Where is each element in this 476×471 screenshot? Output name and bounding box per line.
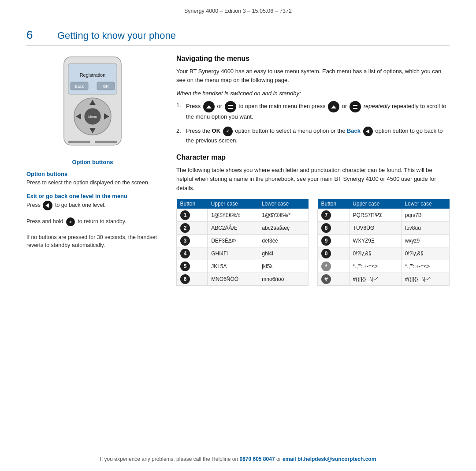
upper-cell: ABC2ÄÅÆ bbox=[208, 221, 258, 234]
ok-button-icon: ✓ bbox=[223, 127, 233, 136]
char-table-1: Button Upper case Lower case 11@$¥Σ€%/◊1… bbox=[176, 199, 309, 286]
left-column: Registration Back OK Menu bbox=[26, 55, 163, 286]
col-btn-1: Button bbox=[177, 199, 208, 209]
btn-cell: 1 bbox=[177, 209, 208, 221]
table-row: **.,"':;+-=<>*.,"':;+-=<> bbox=[318, 260, 450, 273]
table-row: 6MNO6ÑÖÓmno6ñöó bbox=[177, 273, 309, 285]
menu-down-icon bbox=[225, 101, 236, 112]
option-buttons-section: Option buttons Press to select the optio… bbox=[26, 171, 159, 187]
upper-cell: TUV8ÜΘ bbox=[349, 221, 401, 234]
char-intro: The following table shows you where each… bbox=[176, 166, 450, 192]
standby-label: When the handset is switched on and in s… bbox=[176, 90, 450, 97]
upper-cell: GHI4ΓΙ bbox=[208, 247, 258, 260]
header-text: Synergy 4000 – Edition 3 – 15.05.06 – 73… bbox=[184, 8, 292, 14]
chapter-title: Getting to know your phone bbox=[57, 30, 176, 41]
char-section-title: Character map bbox=[176, 153, 450, 161]
lower-cell: jkl5λ bbox=[258, 260, 309, 273]
phone-diagram: Registration Back OK Menu bbox=[26, 55, 159, 156]
footer-text2: or bbox=[276, 456, 281, 462]
page-footer: If you experience any problems, please c… bbox=[0, 456, 476, 462]
upper-cell: 0!?ì¿&§ bbox=[349, 247, 401, 260]
exit-line2: Press and hold ✤ to return to standby. bbox=[26, 217, 159, 227]
table-row: ##()[]{} _\|~^#()[]{} _\|~^ bbox=[318, 273, 450, 285]
svg-text:✤: ✤ bbox=[69, 221, 72, 224]
btn-cell: 7 bbox=[318, 209, 350, 221]
upper-cell: DEF3ÉΔΦ bbox=[208, 234, 258, 247]
right-column: Navigating the menus Your BT Synergy 400… bbox=[176, 55, 450, 286]
btn-cell: 0 bbox=[318, 247, 350, 260]
exit-title: Exit or go back one level in the menu bbox=[26, 193, 159, 199]
lower-cell: 0!?ì¿&§ bbox=[401, 247, 449, 260]
lower-cell: wxyz9 bbox=[401, 234, 449, 247]
lower-cell: 1@$¥Σ€%/° bbox=[258, 209, 309, 221]
footer-text1: If you experience any problems, please c… bbox=[100, 456, 238, 462]
option-buttons-title: Option buttons bbox=[26, 171, 159, 177]
upper-cell: JKL5Λ bbox=[208, 260, 258, 273]
btn-cell: 3 bbox=[177, 234, 208, 247]
table-row: 11@$¥Σ€%/◊1@$¥Σ€%/° bbox=[177, 209, 309, 221]
lower-cell: ghi4i bbox=[258, 247, 309, 260]
content-area: Registration Back OK Menu bbox=[26, 55, 450, 286]
nav-section: Navigating the menus Your BT Synergy 400… bbox=[176, 55, 450, 145]
nav-section-title: Navigating the menus bbox=[176, 55, 450, 63]
lower-cell: tuv8üü bbox=[401, 221, 449, 234]
col-lower-2: Lower case bbox=[401, 199, 449, 209]
menu-up2-icon bbox=[328, 101, 339, 112]
col-lower-1: Lower case bbox=[258, 199, 309, 209]
page-header: Synergy 4000 – Edition 3 – 15.05.06 – 73… bbox=[0, 0, 476, 19]
table-row: 7PQRS7ΠΨΣpqrs7B bbox=[318, 209, 450, 221]
table-row: 9WXYZ9Ξwxyz9 bbox=[318, 234, 450, 247]
lower-cell: *.,"':;+-=<> bbox=[401, 260, 449, 273]
footer-email-label: email bt.helpdesk@suncorptech.com bbox=[283, 456, 376, 462]
upper-cell: 1@$¥Σ€%/◊ bbox=[208, 209, 258, 221]
nav-step-2: 2. Press the OK ✓ option button to selec… bbox=[176, 127, 450, 145]
upper-cell: MNO6ÑÖÓ bbox=[208, 273, 258, 285]
svg-rect-14 bbox=[68, 141, 90, 143]
upper-cell: #()[]{} _\|~^ bbox=[349, 273, 401, 285]
col-upper-2: Upper case bbox=[349, 199, 401, 209]
upper-cell: PQRS7ΠΨΣ bbox=[349, 209, 401, 221]
footer-phone: 0870 605 8047 bbox=[239, 456, 275, 462]
exit-line1: Press to go back one level. bbox=[26, 201, 159, 210]
nav-steps: 1. Press or bbox=[176, 101, 450, 145]
exit-section: Exit or go back one level in the menu Pr… bbox=[26, 193, 159, 249]
chapter-number: 6 bbox=[26, 28, 40, 42]
svg-text:OK: OK bbox=[103, 84, 108, 89]
char-map-container: Button Upper case Lower case 11@$¥Σ€%/◊1… bbox=[176, 199, 450, 286]
table-row: 8TUV8ÜΘtuv8üü bbox=[318, 221, 450, 234]
exit-line3: If no buttons are pressed for 30 seconds… bbox=[26, 233, 159, 249]
btn-cell: 2 bbox=[177, 221, 208, 234]
option-buttons-diagram-label: Option buttons bbox=[26, 159, 159, 165]
table-row: 00!?ì¿&§0!?ì¿&§ bbox=[318, 247, 450, 260]
btn-cell: 8 bbox=[318, 221, 350, 234]
nav-intro: Your BT Synergy 4000 has an easy to use … bbox=[176, 67, 450, 85]
svg-rect-15 bbox=[95, 141, 117, 143]
svg-text:Registration: Registration bbox=[80, 72, 106, 78]
back-button-icon bbox=[43, 201, 52, 210]
btn-cell: * bbox=[318, 260, 350, 273]
char-table-2: Button Upper case Lower case 7PQRS7ΠΨΣpq… bbox=[317, 199, 450, 286]
back-button2-icon bbox=[363, 127, 373, 136]
menu-up-icon bbox=[203, 101, 215, 112]
lower-cell: def3èé bbox=[258, 234, 309, 247]
nav-step-1: 1. Press or bbox=[176, 101, 450, 121]
table-row: 2ABC2ÄÅÆabc2äàåæç bbox=[177, 221, 309, 234]
upper-cell: *.,"':;+-=<> bbox=[349, 260, 401, 273]
table-row: 4GHI4ΓΙghi4i bbox=[177, 247, 309, 260]
table-row: 5JKL5Λjkl5λ bbox=[177, 260, 309, 273]
btn-cell: 9 bbox=[318, 234, 350, 247]
lower-cell: #()[]{} _\|~^ bbox=[401, 273, 449, 285]
upper-cell: WXYZ9Ξ bbox=[349, 234, 401, 247]
chapter-header: 6 Getting to know your phone bbox=[26, 19, 450, 46]
option-buttons-text: Press to select the option displayed on … bbox=[26, 179, 159, 187]
col-btn-2: Button bbox=[318, 199, 350, 209]
btn-cell: # bbox=[318, 273, 350, 285]
svg-text:Menu: Menu bbox=[88, 115, 97, 119]
menu2-icon bbox=[350, 101, 361, 112]
btn-cell: 6 bbox=[177, 273, 208, 285]
table-row: 3DEF3ÉΔΦdef3èé bbox=[177, 234, 309, 247]
btn-cell: 5 bbox=[177, 260, 208, 273]
lower-cell: pqrs7B bbox=[401, 209, 449, 221]
lower-cell: abc2äàåæç bbox=[258, 221, 309, 234]
btn-cell: 4 bbox=[177, 247, 208, 260]
